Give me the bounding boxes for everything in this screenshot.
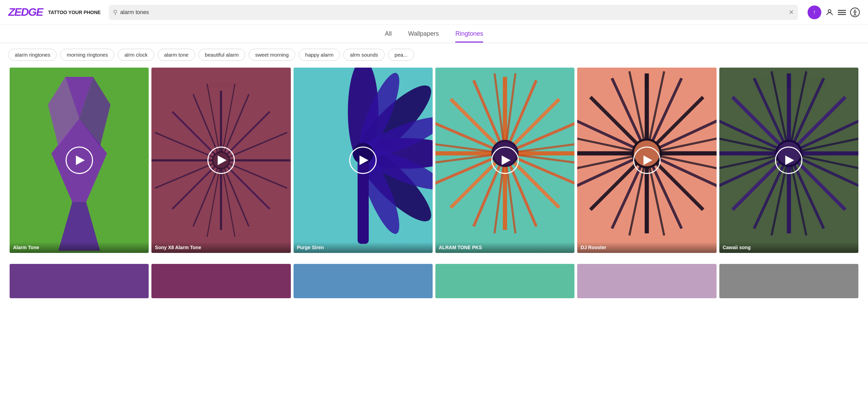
bottom-row [0,263,868,300]
tabs-nav: All Wallpapers Ringtones [0,25,868,43]
bottom-card-5[interactable] [577,264,716,298]
accessibility-button[interactable] [850,8,860,17]
logo-text: ZEDGE [8,6,43,18]
accessibility-icon [850,8,860,17]
upload-button[interactable]: ↑ [808,5,821,19]
card-label-3: Purge Siren [294,242,433,253]
svg-rect-2 [838,12,846,13]
user-icon [825,8,834,16]
svg-line-9 [855,14,856,16]
card-label-2: Sony X8 Alarm Tone [151,242,290,253]
chip-alrm-sounds[interactable]: alrm sounds [343,49,385,61]
card-label-4: ALRAM TONE PKS [435,242,574,253]
card-alram-tone-pks[interactable]: ALRAM TONE PKS [435,68,574,253]
chip-beautiful-alarm[interactable]: beautiful alarm [198,49,245,61]
card-label-5: DJ Rooster [577,242,716,253]
play-button-1[interactable] [66,147,93,174]
chip-pea[interactable]: pea... [388,49,414,61]
user-button[interactable] [825,8,834,16]
play-button-5[interactable] [633,147,661,174]
chips-row: alarm ringtones morning ringtones alrm c… [0,43,868,66]
cards-grid: Alarm Tone Son [0,66,868,263]
search-input[interactable] [120,9,786,15]
bottom-card-4[interactable] [435,264,574,298]
header: ZEDGE TATTOO YOUR PHONE ⚲ ✕ ↑ [0,0,868,25]
bottom-card-3[interactable] [294,264,433,298]
play-button-4[interactable] [491,147,519,174]
svg-point-5 [854,10,856,11]
chip-alarm-tone[interactable]: alarm tone [158,49,195,61]
card-purge-siren[interactable]: Purge Siren [294,68,433,253]
card-label-6: Cawaii song [719,242,858,253]
play-button-3[interactable] [349,147,377,174]
clear-search-button[interactable]: ✕ [789,9,794,15]
tab-ringtones[interactable]: Ringtones [455,30,483,43]
upload-icon: ↑ [813,9,816,16]
bottom-card-2[interactable] [151,264,290,298]
chip-sweet-morning[interactable]: sweet morning [249,49,295,61]
card-label-1: Alarm Tone [10,242,149,253]
tab-all[interactable]: All [385,30,392,43]
bottom-card-6[interactable] [719,264,858,298]
bottom-card-1[interactable] [10,264,149,298]
menu-button[interactable] [838,8,846,16]
play-button-2[interactable] [207,147,235,174]
header-actions: ↑ [808,5,860,19]
chip-alarm-ringtones[interactable]: alarm ringtones [8,49,57,61]
hamburger-icon [838,8,846,16]
svg-rect-1 [838,10,846,11]
search-bar: ⚲ ✕ [109,5,798,20]
chip-alrm-clock[interactable]: alrm clock [118,49,154,61]
search-icon: ⚲ [113,9,117,16]
svg-rect-3 [838,14,846,15]
card-cawaii-song[interactable]: Cawaii song [719,68,858,253]
chip-happy-alarm[interactable]: happy alarm [299,49,340,61]
svg-point-0 [828,10,831,12]
logo[interactable]: ZEDGE [8,6,43,19]
card-dj-rooster[interactable]: DJ Rooster [577,68,716,253]
tagline: TATTOO YOUR PHONE [48,10,101,15]
chip-morning-ringtones[interactable]: morning ringtones [60,49,114,61]
tab-wallpapers[interactable]: Wallpapers [408,30,439,43]
card-sony-x8[interactable]: Sony X8 Alarm Tone [151,68,290,253]
play-button-6[interactable] [775,147,802,174]
card-alarm-tone[interactable]: Alarm Tone [10,68,149,253]
